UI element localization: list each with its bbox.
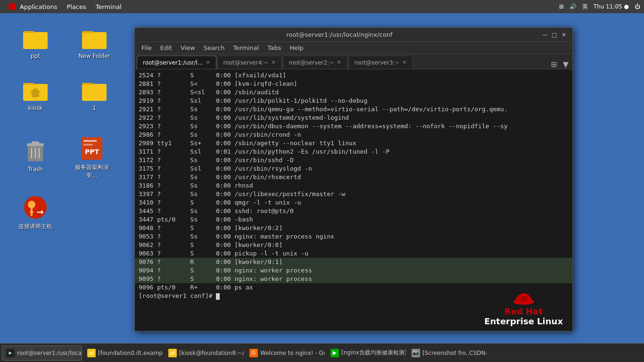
terminal-title: root@server1:/usr/local/nginx/conf xyxy=(140,31,539,38)
redhat-subtext: Enterprise Linux xyxy=(484,316,563,326)
terminal-menu-help[interactable]: Help xyxy=(286,43,307,52)
taskbar-screenshot-label: [Screenshot fro..CSDN-@Y...] xyxy=(422,350,487,356)
svg-text:PPT: PPT xyxy=(85,148,99,156)
svg-point-25 xyxy=(28,201,35,208)
terminal-line: 9076 ? R 0:00 [kworker/0:1] xyxy=(135,258,572,266)
terminal-tab-1[interactable]: root@server1:/usr/l... ✕ xyxy=(137,56,216,69)
taskbar-item-browser[interactable]: G Welcome to nginx! - Googl... xyxy=(245,346,325,361)
terminal-tab-2-close[interactable]: ✕ xyxy=(271,59,275,66)
folder-icon xyxy=(22,76,49,103)
terminal-line: 9063 ? S 0:00 pickup -l -t unix -u xyxy=(135,249,572,258)
terminal-titlebar: root@server1:/usr/local/nginx/conf — □ ✕ xyxy=(135,28,572,42)
desktop-icon-server-arch-label: 服务器架构演变... xyxy=(73,164,111,180)
desktop-icon-kiosk[interactable]: kiosk xyxy=(14,74,57,113)
link-icon: → xyxy=(22,194,49,221)
terminal-menu-terminal[interactable]: Terminal xyxy=(229,43,263,52)
folder-icon xyxy=(22,25,49,51)
cursor xyxy=(216,293,220,300)
terminal-tab-4-label: root@server3:~ xyxy=(355,59,400,66)
taskbar-files1-icon: 📁 xyxy=(87,349,96,357)
taskbar-nginx-icon: ▶ xyxy=(330,349,339,357)
terminal-line: 3172 ? Ss 0:00 /usr/bin/sshd -D xyxy=(135,156,572,165)
lang-indicator[interactable]: 英 xyxy=(582,3,588,11)
taskbar-kiosk-icon: 📁 xyxy=(168,349,177,357)
taskbar-files1-label: [foundation0.ilt.example.co... xyxy=(98,350,163,356)
folder-icon xyxy=(81,76,107,103)
taskbar-item-files1[interactable]: 📁 [foundation0.ilt.example.co... xyxy=(83,346,163,361)
desktop-icon-server-arch[interactable]: PPT 服务器架构演变... xyxy=(71,133,113,181)
terminal-line: 9062 ? S 0:00 [kworker/0:0] xyxy=(135,241,572,249)
terminal-menu-tabs[interactable]: Tabs xyxy=(264,43,285,52)
taskbar-terminal-label: root@server1:/usr/local/ngi... xyxy=(17,350,82,356)
close-button[interactable]: ✕ xyxy=(560,31,568,39)
taskbar-nginx-label: [nginx负载均衡健康检测] xyxy=(341,349,406,357)
terminal-tabs: root@server1:/usr/l... ✕ root@server4:~ … xyxy=(135,54,572,69)
desktop-icon-ppt[interactable]: ppt xyxy=(14,23,57,61)
tab-dropdown-button[interactable]: ▼ xyxy=(561,60,570,69)
terminal-line: 2921 ? Ss 0:00 /usr/bin/qemu-ga --method… xyxy=(135,105,572,114)
terminal-line: 2986 ? Ss 0:00 /usr/sbin/crond -n xyxy=(135,131,572,139)
top-right-items: ⊞ 🔊 英 Thu 11:05 ● ⏻ xyxy=(559,3,640,11)
taskbar: ▶ root@server1:/usr/local/ngi... 📁 [foun… xyxy=(0,343,644,362)
power-icon[interactable]: ⏻ xyxy=(635,3,640,10)
redhat-logo: Red Hat Enterprise Linux xyxy=(484,288,563,326)
terminal-tab-1-close[interactable]: ✕ xyxy=(206,59,210,66)
volume-icon[interactable]: 🔊 xyxy=(570,3,577,10)
tab-right-buttons: ⊞ ▼ xyxy=(549,60,570,69)
terminal-line: 2919 ? Ssl 0:00 /usr/lib/polkit-1/polkit… xyxy=(135,97,572,105)
terminal-line: 9095 ? S 0:00 nginx: worker process xyxy=(135,275,572,283)
terminal-menu-search[interactable]: Search xyxy=(200,43,229,52)
desktop-icon-new-folder-label: New Folder xyxy=(75,53,114,59)
minimize-button[interactable]: — xyxy=(541,31,549,39)
maximize-button[interactable]: □ xyxy=(551,31,558,39)
top-menubar: Applications Places Terminal ⊞ 🔊 英 Thu 1… xyxy=(0,0,644,13)
terminal-menu-view[interactable]: View xyxy=(177,43,199,52)
terminal-tab-4[interactable]: root@server3:~ ✕ xyxy=(348,56,413,69)
terminal-menu[interactable]: Terminal xyxy=(91,2,126,11)
folder-icon xyxy=(81,25,107,51)
applications-menu[interactable]: Applications xyxy=(4,2,62,11)
clock: Thu 11:05 ● xyxy=(594,3,629,10)
terminal-tab-2[interactable]: root@server4:~ ✕ xyxy=(217,56,282,69)
svg-text:→: → xyxy=(36,207,43,217)
terminal-tab-2-label: root@server4:~ xyxy=(223,59,269,66)
desktop-icon-1[interactable]: 1 xyxy=(73,74,116,113)
terminal-menu-file[interactable]: File xyxy=(138,43,156,52)
svg-rect-21 xyxy=(83,140,97,142)
places-menu[interactable]: Places xyxy=(62,2,91,11)
desktop-icon-trash[interactable]: Trash xyxy=(14,136,57,174)
terminal-tab-3-label: root@server2:~ xyxy=(289,59,334,66)
svg-rect-22 xyxy=(83,144,93,146)
terminal-line: 3177 ? Ss 0:00 /usr/bin/rhsmcertd xyxy=(135,173,572,181)
desktop-icon-connect[interactable]: → 连接讲师主机 xyxy=(14,192,57,232)
terminal-tab-3-close[interactable]: ✕ xyxy=(337,59,341,66)
terminal-line: 9048 ? S 0:00 [kworker/0:2] xyxy=(135,224,572,232)
network-icon[interactable]: ⊞ xyxy=(559,3,564,10)
desktop-icon-kiosk-label: kiosk xyxy=(16,105,55,111)
terminal-content[interactable]: 2524 ? S 0:00 [xfsaild/vda1]2881 ? S< 0:… xyxy=(135,69,572,331)
terminal-menu-edit[interactable]: Edit xyxy=(157,43,176,52)
terminal-line: 2989 tty1 Ss+ 0:00 /sbin/agetty --noclea… xyxy=(135,139,572,148)
taskbar-terminal-icon: ▶ xyxy=(6,349,15,357)
terminal-line: 2922 ? Ss 0:00 /usr/lib/systemd/systemd-… xyxy=(135,114,572,122)
terminal-tab-4-close[interactable]: ✕ xyxy=(402,59,406,66)
terminal-line: 3410 ? S 0:00 qmgr -l -t unix -u xyxy=(135,198,572,207)
taskbar-item-kiosk[interactable]: 📁 [kiosk@foundation8:~/Desk... xyxy=(164,346,244,361)
taskbar-item-nginx[interactable]: ▶ [nginx负载均衡健康检测] xyxy=(326,346,406,361)
desktop-icon-new-folder[interactable]: New Folder xyxy=(73,23,116,61)
new-tab-button[interactable]: ⊞ xyxy=(549,60,559,69)
terminal-line: 2524 ? S 0:00 [xfsaild/vda1] xyxy=(135,71,572,80)
svg-rect-2 xyxy=(23,33,48,48)
terminal-line: 3397 ? Ss 0:00 /usr/libexec/postfix/mast… xyxy=(135,190,572,198)
terminal-line: 3445 ? Ss 0:00 sshd: root@pts/0 xyxy=(135,207,572,215)
taskbar-screenshot-icon: 📷 xyxy=(412,349,420,357)
terminal-tab-1-label: root@server1:/usr/l... xyxy=(143,59,203,66)
desktop: ppt New Folder kiosk xyxy=(0,13,644,343)
trash-icon xyxy=(22,138,49,164)
taskbar-item-screenshot[interactable]: 📷 [Screenshot fro..CSDN-@Y...] xyxy=(407,346,487,361)
terminal-tab-3[interactable]: root@server2:~ ✕ xyxy=(283,56,347,69)
terminal-window: root@server1:/usr/local/nginx/conf — □ ✕… xyxy=(134,27,573,331)
taskbar-item-terminal[interactable]: ▶ root@server1:/usr/local/ngi... xyxy=(2,346,82,361)
taskbar-kiosk-label: [kiosk@foundation8:~/Desk... xyxy=(179,350,244,356)
terminal-line: 3175 ? Ssl 0:00 /usr/sbin/rsyslogd -n xyxy=(135,165,572,173)
